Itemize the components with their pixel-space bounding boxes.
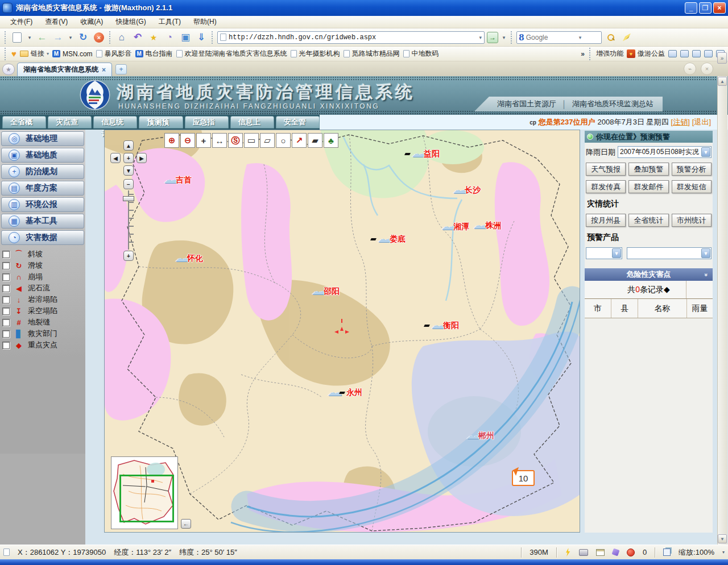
exit-link[interactable]: [退出] <box>692 117 711 127</box>
home-icon[interactable]: ⌂ <box>115 31 129 44</box>
zoom-slider-thumb[interactable] <box>123 196 134 201</box>
link-land-resources[interactable]: 湖南省国土资源厅 <box>497 99 556 109</box>
overlay-warning-button[interactable]: 叠加预警 <box>628 163 668 176</box>
maxthon-charity[interactable]: ♥傲游公益 <box>627 49 665 59</box>
sidebar-item-annual-plan[interactable]: ▤年度方案 <box>1 181 84 196</box>
history-clock-icon[interactable]: ◔ <box>163 31 176 44</box>
go-button[interactable]: → <box>487 32 498 43</box>
menu-help[interactable]: 帮助(H) <box>188 16 222 28</box>
search-magnifier-icon[interactable] <box>604 31 618 44</box>
layer-checkbox[interactable] <box>2 296 10 304</box>
forward-icon[interactable]: → <box>51 31 65 44</box>
history-caret-icon[interactable]: ▾ <box>67 31 74 44</box>
link-radio[interactable]: M电台指南 <box>135 49 173 59</box>
layer-checkbox[interactable] <box>2 262 10 269</box>
map-canvas[interactable]: ⊕ ⊖ + ↔ Ⓢ ▭ ▱ ○ ↗ ▰ ♣ ▲ ◀ + ▶ ▼ − + ☁☁吉首… <box>104 130 580 533</box>
nav-tab-query[interactable]: 灾点查询 <box>48 116 92 128</box>
search-input[interactable] <box>526 34 577 41</box>
tools-wrench-button[interactable]: ⌁ <box>684 63 696 75</box>
weather-forecast-button[interactable]: 天气预报 <box>586 163 626 176</box>
inset-collapse-button[interactable]: ← <box>181 519 191 529</box>
undo-icon[interactable]: ↶ <box>131 31 144 44</box>
search-box[interactable]: 8 ▾ <box>516 31 602 44</box>
rainfall-flag-marker[interactable]: 10 <box>512 470 535 486</box>
address-bar[interactable]: ▾ <box>217 31 485 44</box>
sidebar-item-env-bulletin[interactable]: ▥环境公报 <box>1 197 84 212</box>
circle-select-icon[interactable]: ○ <box>276 133 291 148</box>
menu-groups[interactable]: 快捷组(G) <box>110 16 151 28</box>
rect-select-icon[interactable]: ▭ <box>244 133 259 148</box>
popup-blocker-icon[interactable] <box>627 549 635 556</box>
layer-checkbox[interactable] <box>2 319 10 326</box>
zoom-caret-icon[interactable]: ▾ <box>722 550 725 555</box>
layer-checkbox[interactable] <box>2 251 10 258</box>
sidebar-item-base-geography[interactable]: ◎基础地理 <box>1 131 84 146</box>
magic-wand-icon[interactable]: ★ <box>147 31 160 44</box>
rain-date-select[interactable]: 2007年05月05日08时实况▼ <box>618 146 712 158</box>
mass-fax-button[interactable]: 群发传真 <box>586 180 626 193</box>
layer-checkbox[interactable] <box>2 342 10 349</box>
product-item-select[interactable]: ▼ <box>627 247 712 259</box>
nav-tab-report[interactable]: 信息上报 <box>230 116 274 128</box>
measure-icon[interactable]: ↔ <box>212 133 227 148</box>
sidebar-item-prevention-plan[interactable]: +防治规划 <box>1 164 84 179</box>
links-overflow-icon[interactable]: » <box>581 50 585 58</box>
menu-tools[interactable]: 工具(T) <box>153 16 187 28</box>
collapse-chevron-icon[interactable]: » <box>704 273 710 276</box>
nav-tab-stats[interactable]: 信息统计 <box>93 116 137 128</box>
enhance-features[interactable]: 增强功能 <box>596 49 623 59</box>
center-map-button[interactable]: + <box>123 153 134 163</box>
draw-line-icon[interactable]: ↗ <box>292 133 307 148</box>
active-tab[interactable]: 湖南省地质灾害信息系统 × <box>17 63 112 76</box>
mass-email-button[interactable]: 群发邮件 <box>628 180 668 193</box>
pan-icon[interactable]: + <box>196 133 211 148</box>
printer-icon[interactable] <box>579 549 588 556</box>
highlighter-icon[interactable] <box>620 31 634 44</box>
search-caret-icon[interactable]: ▾ <box>579 35 582 40</box>
link-hunan-geo[interactable]: 欢迎登陆湖南省地质灾害信息系统 <box>176 49 287 59</box>
product-type-select[interactable]: ▼ <box>586 247 622 259</box>
layer-checkbox[interactable] <box>2 330 10 338</box>
danger-points-header[interactable]: 危险性灾害点 » <box>585 268 713 281</box>
select-arrow-icon[interactable]: ▼ <box>701 248 710 258</box>
scale-select-icon[interactable]: Ⓢ <box>228 133 243 148</box>
legend-tree-icon[interactable]: ♣ <box>324 133 338 148</box>
pan-up-button[interactable]: ▲ <box>123 140 134 151</box>
go-caret-icon[interactable]: ▾ <box>500 31 507 44</box>
warning-analysis-button[interactable]: 预警分析 <box>672 163 712 176</box>
scroll-down-icon[interactable]: ▼ <box>718 534 727 543</box>
sidebar-item-basic-tools[interactable]: ▦基本工具 <box>1 214 84 229</box>
plugin-icon-1[interactable] <box>668 50 677 57</box>
new-window-icon[interactable] <box>596 549 605 556</box>
layer-checkbox[interactable] <box>2 285 10 292</box>
zoom-in-icon[interactable]: ⊕ <box>164 133 179 148</box>
favorites-heart-icon[interactable]: ♥ <box>11 49 16 59</box>
search-engine-icon[interactable]: 8 <box>519 33 524 42</box>
new-tab-button[interactable]: + <box>115 64 127 74</box>
province-stats-button[interactable]: 全省统计 <box>628 214 668 227</box>
layer-checkbox[interactable] <box>2 273 10 281</box>
toolbar-overflow-chevron[interactable]: » <box>717 52 727 64</box>
eraser-icon[interactable]: ▰ <box>308 133 322 148</box>
monthly-county-button[interactable]: 按月州县 <box>586 214 626 227</box>
link-baofeng[interactable]: 暴风影音 <box>96 49 132 59</box>
cleaner-icon[interactable] <box>611 548 619 556</box>
select-arrow-icon[interactable]: ▼ <box>612 248 621 258</box>
link-msn[interactable]: MMSN.com <box>52 50 93 58</box>
overview-inset-map[interactable] <box>111 456 178 529</box>
address-caret-icon[interactable]: ▾ <box>479 35 482 40</box>
nav-tab-emergency[interactable]: 应急指挥 <box>185 116 229 128</box>
boost-lightning-icon[interactable] <box>565 548 571 556</box>
tab-close-icon[interactable]: × <box>102 66 106 74</box>
plugin-icon-3[interactable] <box>692 50 701 57</box>
resize-icon[interactable] <box>663 549 671 556</box>
pan-right-button[interactable]: ▶ <box>136 153 147 163</box>
link-photo[interactable]: 光年摄影机构 <box>291 49 340 59</box>
pan-left-button[interactable]: ◀ <box>110 153 121 163</box>
mass-sms-button[interactable]: 群发短信 <box>672 180 712 193</box>
nav-tab-forecast[interactable]: 预测预警 <box>139 116 183 128</box>
page-scrollbar[interactable] <box>717 76 727 545</box>
tab-list-star-icon[interactable]: ★ <box>2 64 15 75</box>
links-folder[interactable]: 链接▾ <box>20 49 49 59</box>
close-button[interactable]: × <box>713 2 726 14</box>
